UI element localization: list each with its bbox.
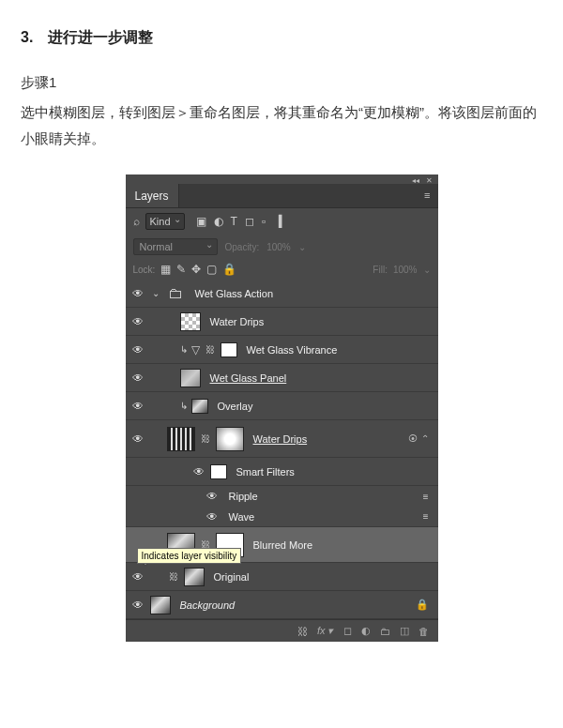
panel-tabs: Layers ≡ <box>126 184 438 208</box>
mask-thumbnail <box>221 342 237 357</box>
layer-original[interactable]: 👁 ⛓ Original <box>126 563 438 591</box>
lock-row: Lock: ▦ ✎ ✥ ▢ 🔒 Fill: 100% ⌄ <box>126 259 438 280</box>
expand-icon[interactable]: ⌃ <box>421 433 429 444</box>
body-paragraph: 选中模糊图层，转到图层＞重命名图层，将其重命名为“更加模糊”。将该图层前面的小眼… <box>21 99 542 152</box>
layer-name: Original <box>208 571 250 583</box>
layer-name: Wet Glass Panel <box>205 372 287 384</box>
adjustment-icon[interactable]: ◐ <box>361 625 371 637</box>
layer-glass-panel[interactable]: 👁 Wet Glass Panel <box>126 364 438 392</box>
layer-thumbnail <box>150 596 171 614</box>
tab-layers[interactable]: Layers <box>126 184 179 207</box>
filter-kind-select[interactable]: Kind <box>145 213 185 230</box>
visibility-toggle[interactable]: 👁 <box>132 373 145 383</box>
opacity-value[interactable]: 100% <box>266 242 291 252</box>
fx-icon[interactable]: fx ▾ <box>317 625 334 637</box>
filter-wave[interactable]: 👁 Wave ≡ <box>126 507 438 527</box>
visibility-toggle[interactable]: 👁 <box>132 402 145 411</box>
clip-icon: ↳ <box>180 344 188 355</box>
panel-bottom-bar: ⛓ fx ▾ ◻ ◐ 🗀 ◫ 🗑 <box>126 619 438 642</box>
mask-thumbnail <box>216 427 244 451</box>
layer-name: Water Drips <box>248 433 308 445</box>
lock-move-icon[interactable]: ✥ <box>191 263 201 276</box>
new-layer-icon[interactable]: ◫ <box>400 625 409 637</box>
filter-smart-icon[interactable]: ▫ <box>262 215 266 228</box>
filter-adjustment-icon[interactable]: ◐ <box>214 215 223 228</box>
visibility-toggle[interactable]: 👁 <box>132 345 145 355</box>
fill-label: Fill: <box>373 265 388 275</box>
layer-overlay[interactable]: 👁 ↳ Overlay <box>126 392 438 420</box>
filter-name: Wave <box>223 511 255 523</box>
layer-name: Water Drips <box>205 316 265 327</box>
visibility-toggle[interactable]: 👁 <box>132 289 145 298</box>
layers-panel: ◂◂ ✕ Layers ≡ ⌕ Kind ▣ ◐ T ◻ ▫ ▍ <box>126 174 438 642</box>
blend-mode-select[interactable]: Normal <box>133 238 218 255</box>
link-icon: ⛓ <box>204 344 217 355</box>
layer-name: Smart Filters <box>231 466 295 478</box>
link-icon: ⛓ <box>167 571 180 582</box>
delete-icon[interactable]: 🗑 <box>418 626 429 637</box>
filter-type-icon[interactable]: T <box>231 215 237 228</box>
layer-thumbnail <box>191 399 208 414</box>
group-icon[interactable]: 🗀 <box>380 626 390 637</box>
lock-brush-icon[interactable]: ✎ <box>176 263 186 276</box>
link-layers-icon[interactable]: ⛓ <box>297 626 308 637</box>
panel-menu-icon[interactable]: ≡ <box>417 184 437 207</box>
layer-background[interactable]: 👁 Background 🔒 <box>126 591 438 619</box>
layer-vibrance[interactable]: 👁 ↳ ▽ ⛓ Wet Glass Vibrance <box>126 336 438 364</box>
layer-group[interactable]: 👁 ⌄ 🗀 Wet Glass Action <box>126 280 438 308</box>
layer-name: Blurred More <box>248 539 313 551</box>
filter-options-icon[interactable]: ≡ <box>423 492 433 502</box>
step-label: 步骤1 <box>21 74 542 92</box>
lock-all-icon[interactable]: 🔒 <box>222 263 236 276</box>
panel-close-icon[interactable]: ✕ <box>426 176 433 185</box>
document-body: 3. 进行进一步调整 步骤1 选中模糊图层，转到图层＞重命名图层，将其重命名为“… <box>0 0 563 670</box>
opacity-label: Opacity: <box>225 242 260 252</box>
panel-collapse-icon[interactable]: ◂◂ <box>412 176 419 185</box>
lock-artboard-icon[interactable]: ▢ <box>206 263 217 276</box>
mask-icon[interactable]: ◻ <box>343 625 352 637</box>
visibility-toggle[interactable]: 👁 <box>193 467 206 477</box>
layer-smart-filters[interactable]: 👁 Smart Filters <box>126 458 438 486</box>
layer-thumbnail <box>184 568 205 586</box>
layer-thumbnail <box>180 312 201 331</box>
search-icon: ⌕ <box>133 215 140 228</box>
layer-blurred-more[interactable]: ↖ ⛓ Blurred More Indicates layer visibil… <box>126 527 438 563</box>
filter-name: Ripple <box>223 491 258 502</box>
visibility-toggle[interactable]: 👁 <box>132 572 145 582</box>
visibility-tooltip: Indicates layer visibility <box>137 548 242 564</box>
lock-label: Lock: <box>133 265 156 275</box>
visibility-toggle[interactable]: 👁 <box>206 512 220 522</box>
blend-mode-row: Normal Opacity: 100% ⌄ <box>126 235 438 259</box>
expand-arrow-icon[interactable]: ⌄ <box>150 288 161 298</box>
section-heading: 3. 进行进一步调整 <box>21 28 542 48</box>
folder-icon: 🗀 <box>165 284 186 303</box>
layer-name: Overlay <box>212 401 253 412</box>
filter-toggle-icon[interactable]: ▍ <box>279 215 287 228</box>
filter-shape-icon[interactable]: ◻ <box>245 215 254 228</box>
layer-name: Wet Glass Vibrance <box>241 344 338 356</box>
filter-ripple[interactable]: 👁 Ripple ≡ <box>126 486 438 507</box>
layer-filter-row: ⌕ Kind ▣ ◐ T ◻ ▫ ▍ <box>126 208 438 235</box>
visibility-toggle[interactable]: 👁 <box>132 434 145 444</box>
fill-value[interactable]: 100% <box>393 265 418 275</box>
filter-mask-thumbnail <box>210 464 227 479</box>
visibility-toggle[interactable]: 👁 <box>132 317 145 326</box>
layer-name: Background <box>175 599 236 611</box>
visibility-toggle[interactable]: 👁 <box>132 600 145 610</box>
layer-name: Wet Glass Action <box>190 288 274 299</box>
lock-icon[interactable]: 🔒 <box>416 599 433 611</box>
layers-list: 👁 ⌄ 🗀 Wet Glass Action 👁 Water Drips 👁 <box>126 280 438 619</box>
layer-thumbnail <box>180 369 201 387</box>
visibility-toggle[interactable]: 👁 <box>206 492 220 501</box>
lock-transparency-icon[interactable]: ▦ <box>160 263 171 276</box>
layer-water-drips[interactable]: 👁 Water Drips <box>126 308 438 336</box>
filter-thumbnail <box>167 427 195 451</box>
layer-water-drips2[interactable]: 👁 ⛓ Water Drips ⦿⌃ <box>126 420 438 458</box>
link-icon: ⛓ <box>199 433 212 444</box>
filter-pixel-icon[interactable]: ▣ <box>196 215 206 228</box>
adjustment-icon: ▽ <box>191 343 200 356</box>
filter-options-icon[interactable]: ≡ <box>423 511 433 522</box>
fx-badge-icon[interactable]: ⦿ <box>408 433 418 444</box>
panel-titlebar: ◂◂ ✕ <box>126 174 438 184</box>
clip-icon: ↳ <box>180 401 188 411</box>
